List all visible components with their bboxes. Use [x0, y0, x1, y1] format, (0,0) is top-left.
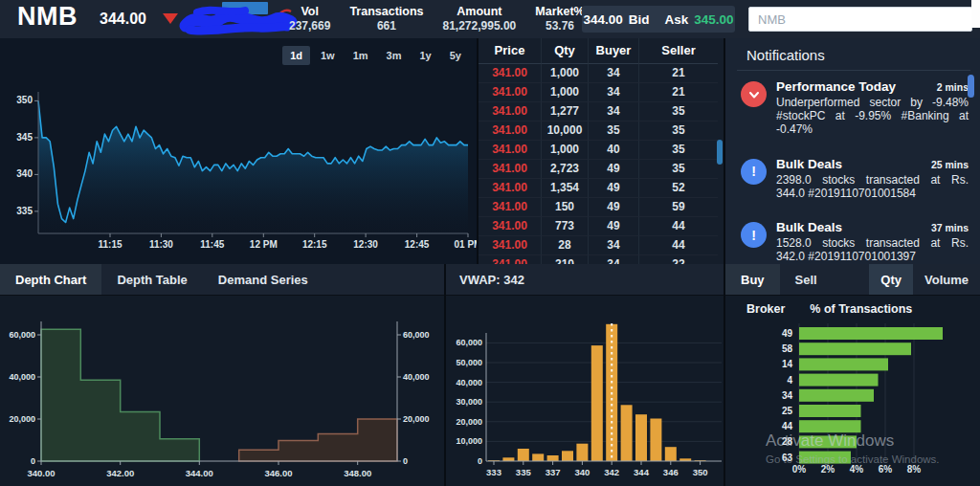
svg-text:11:45: 11:45: [200, 239, 224, 250]
trading-terminal: NMB 344.00 Vol237,669Transactions661Amou…: [0, 0, 980, 486]
trades-column-header-seller: Seller: [639, 38, 718, 64]
svg-text:20,000: 20,000: [403, 414, 430, 424]
intraday-chart-panel: 1d1w1m3m1y5y 335 340 345 350 11:15 11:30…: [0, 38, 479, 264]
trade-cell: 35: [639, 160, 718, 179]
notification-title-row: Performance Today2 mins: [776, 79, 969, 94]
trade-cell: 34: [589, 102, 639, 122]
trade-cell: 773: [542, 217, 589, 236]
trade-cell: 341.00: [479, 217, 542, 236]
svg-text:30,000: 30,000: [456, 397, 482, 407]
ask-label: Ask: [664, 12, 688, 27]
trade-cell: 341.00: [479, 236, 542, 255]
market-stat-amount: Amount81,272,995.00: [443, 5, 517, 33]
stock-symbol: NMB: [17, 2, 78, 32]
svg-text:340: 340: [16, 168, 33, 179]
trades-scrollbar-thumb[interactable]: [717, 140, 723, 165]
trade-cell: 341.00: [479, 83, 542, 102]
ask-value: 345.00: [694, 12, 733, 27]
svg-text:63: 63: [782, 453, 793, 463]
redaction-scribble: [178, 1, 302, 37]
svg-text:20,000: 20,000: [9, 414, 35, 424]
symbol-search-input[interactable]: [748, 7, 972, 32]
svg-text:11:15: 11:15: [98, 239, 122, 250]
svg-text:12 PM: 12 PM: [250, 239, 278, 250]
svg-text:49: 49: [782, 328, 793, 339]
trade-cell: 35: [639, 122, 718, 141]
range-button-3m[interactable]: 3m: [379, 46, 410, 65]
market-depth-chart[interactable]: 0 0 20,000 20,000 40,000 40,000 60,000 6…: [0, 295, 444, 486]
chevron-down-icon: [741, 81, 767, 107]
notification-time: 2 mins: [937, 81, 969, 93]
svg-text:6%: 6%: [879, 464, 893, 475]
notifications-panel: Notifications Performance Today2 minsUnd…: [725, 38, 980, 264]
notification-time: 25 mins: [931, 159, 969, 170]
trade-cell: 1,000: [542, 64, 589, 83]
svg-text:346: 346: [663, 467, 679, 477]
svg-text:335: 335: [516, 467, 532, 477]
vwap-histogram[interactable]: 010,00020,00030,00040,00050,00060,000 33…: [446, 295, 724, 486]
range-button-5y[interactable]: 5y: [442, 46, 469, 65]
alert-icon: !: [741, 222, 767, 248]
svg-text:40,000: 40,000: [403, 372, 430, 382]
stat-value: 237,669: [289, 19, 330, 33]
transactions-col-label: % of Transactions: [810, 302, 912, 316]
stat-label: Market%: [535, 5, 584, 19]
trade-cell: 2,723: [542, 160, 589, 179]
svg-text:342.00: 342.00: [106, 468, 134, 478]
market-stat-transactions: Transactions661: [349, 5, 423, 33]
trade-cell: 341.00: [479, 198, 542, 217]
bid-value: 344.00: [583, 12, 622, 27]
trade-cell: 1,277: [542, 102, 589, 122]
broker-column-headers: Broker % of Transactions: [725, 296, 980, 322]
svg-text:60,000: 60,000: [9, 330, 35, 340]
notification-time: 37 mins: [931, 222, 969, 233]
svg-text:350: 350: [693, 467, 708, 477]
bid-label: Bid: [629, 12, 650, 27]
trade-cell: 59: [639, 198, 718, 217]
svg-text:12:30: 12:30: [353, 239, 378, 250]
broker-tabbar: BuySellQtyVolume: [725, 264, 980, 296]
notification-title-row: Bulk Deals37 mins: [776, 220, 969, 234]
trades-table: PriceQtyBuyerSeller341.001,0003421341.00…: [479, 38, 724, 275]
svg-text:01 PM: 01 PM: [455, 239, 477, 250]
svg-text:60,000: 60,000: [403, 330, 430, 340]
market-stats: Vol237,669Transactions661Amount81,272,99…: [289, 5, 585, 33]
tab-depth-table[interactable]: Depth Table: [101, 264, 202, 295]
trade-cell: 21: [639, 64, 718, 83]
trades-column-header-price: Price: [479, 38, 542, 64]
notifications-scrollbar-thumb[interactable]: [968, 75, 974, 98]
notification-item[interactable]: Performance Today2 minsUnderperformed se…: [725, 71, 980, 148]
tab-sell[interactable]: Sell: [780, 264, 833, 295]
trade-cell: 35: [639, 141, 718, 160]
svg-text:2%: 2%: [821, 464, 835, 475]
notification-content: Performance Today2 minsUnderperformed se…: [776, 79, 969, 148]
range-button-1d[interactable]: 1d: [282, 46, 310, 65]
range-button-1y[interactable]: 1y: [412, 46, 439, 65]
trade-cell: 1,354: [542, 179, 589, 198]
notification-item[interactable]: !Bulk Deals37 mins1528.0 stocks transact…: [725, 211, 980, 264]
svg-text:12:15: 12:15: [302, 239, 327, 250]
svg-text:10,000: 10,000: [456, 436, 482, 446]
notification-item[interactable]: !Bulk Deals25 mins2398.0 stocks transact…: [725, 148, 980, 211]
last-price: 344.00: [100, 11, 146, 28]
svg-text:337: 337: [546, 467, 561, 477]
range-button-1m[interactable]: 1m: [345, 46, 376, 65]
svg-text:40,000: 40,000: [456, 378, 482, 387]
trade-cell: 35: [639, 102, 718, 122]
market-stat-market-: Market%53.76: [535, 5, 584, 33]
toggle-volume[interactable]: Volume: [913, 264, 980, 295]
tab-demand-series[interactable]: Demand Series: [203, 264, 323, 295]
toggle-qty[interactable]: Qty: [869, 264, 913, 295]
svg-text:342: 342: [604, 467, 619, 477]
intraday-price-chart[interactable]: 335 340 345 350 11:15 11:30 11:45 12 PM …: [0, 38, 477, 264]
range-selector: 1d1w1m3m1y5y: [282, 46, 469, 65]
range-button-1w[interactable]: 1w: [313, 46, 343, 65]
notification-body: 1528.0 stocks transacted at Rs. 342.0 #2…: [776, 236, 969, 263]
price-down-icon: [163, 13, 178, 24]
broker-panel: BuySellQtyVolume Broker % of Transaction…: [725, 264, 980, 486]
tab-buy[interactable]: Buy: [725, 264, 780, 295]
svg-text:14: 14: [782, 359, 793, 369]
svg-text:333: 333: [486, 467, 501, 477]
tab-depth-chart[interactable]: Depth Chart: [0, 264, 101, 295]
broker-transactions-chart[interactable]: 0% 2% 4% 6% 8%49 58 14 4 34 25 44 28 63: [725, 321, 980, 486]
